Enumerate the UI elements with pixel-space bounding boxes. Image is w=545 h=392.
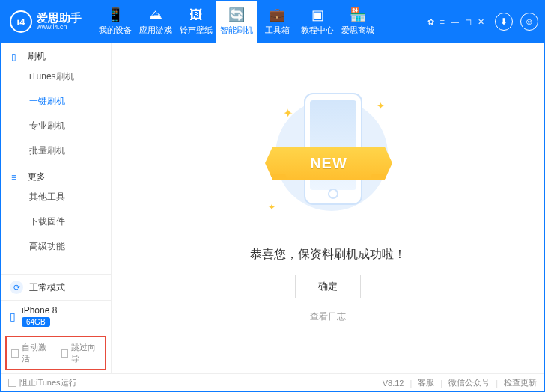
tutorial-icon: ▣ — [311, 8, 324, 22]
new-ribbon: NEW — [265, 147, 392, 180]
skip-guide-checkbox[interactable]: 跳过向导 — [61, 342, 101, 364]
sidebar: ▯ 刷机 iTunes刷机 一键刷机 专业刷机 批量刷机 ≡ 更多 其他工具 下… — [1, 43, 112, 373]
sidebar-item-download-fw[interactable]: 下载固件 — [1, 209, 111, 234]
block-itunes-checkbox[interactable]: 阻止iTunes运行 — [8, 377, 77, 388]
ok-button[interactable]: 确定 — [295, 275, 361, 298]
view-log-link[interactable]: 查看日志 — [310, 310, 346, 323]
sidebar-group-flash: ▯ 刷机 — [1, 43, 111, 64]
sparkle-icon: ✦ — [377, 100, 385, 111]
tab-my-device[interactable]: 📱我的设备 — [95, 1, 136, 43]
main-tabs: 📱我的设备 ⛰应用游戏 🖼铃声壁纸 🔄智能刷机 💼工具箱 ▣教程中心 🏪爱思商城 — [95, 1, 378, 43]
toolbox-icon: 💼 — [269, 8, 285, 22]
device-row[interactable]: ▯ iPhone 8 64GB — [1, 300, 111, 333]
mode-icon: ⟳ — [10, 281, 23, 294]
sparkle-icon: ✦ — [268, 202, 275, 212]
close-icon[interactable]: ✕ — [478, 17, 484, 27]
sidebar-item-pro-flash[interactable]: 专业刷机 — [1, 114, 111, 138]
tab-flash[interactable]: 🔄智能刷机 — [216, 1, 257, 43]
sidebar-item-other-tools[interactable]: 其他工具 — [1, 185, 111, 209]
download-button[interactable]: ⬇ — [495, 13, 513, 31]
main-panel: ✦ ✦ ✦ NEW 恭喜您，保资料刷机成功啦！ 确定 查看日志 — [112, 43, 544, 373]
device-mode-row[interactable]: ⟳ 正常模式 — [1, 274, 111, 300]
sidebar-group-more: ≡ 更多 — [1, 163, 111, 185]
flash-icon: 🔄 — [228, 8, 245, 22]
app-subtitle: www.i4.cn — [37, 24, 82, 31]
sidebar-item-batch-flash[interactable]: 批量刷机 — [1, 138, 111, 163]
success-illustration: ✦ ✦ ✦ NEW — [246, 93, 410, 242]
store-icon: 🏪 — [350, 8, 366, 22]
tab-store[interactable]: 🏪爱思商城 — [338, 1, 378, 43]
tab-tutorials[interactable]: ▣教程中心 — [297, 1, 338, 43]
tab-toolbox[interactable]: 💼工具箱 — [257, 1, 297, 43]
tab-apps[interactable]: ⛰应用游戏 — [136, 1, 176, 43]
apps-icon: ⛰ — [149, 8, 162, 22]
success-message: 恭喜您，保资料刷机成功啦！ — [250, 247, 406, 263]
sparkle-icon: ✦ — [283, 106, 293, 120]
titlebar: i4 爱思助手 www.i4.cn 📱我的设备 ⛰应用游戏 🖼铃声壁纸 🔄智能刷… — [1, 1, 544, 43]
more-icon: ≡ — [11, 172, 22, 183]
check-update-link[interactable]: 检查更新 — [504, 377, 537, 388]
logo: i4 爱思助手 www.i4.cn — [10, 10, 82, 33]
skin-icon[interactable]: ✿ — [427, 17, 434, 27]
wechat-link[interactable]: 微信公众号 — [448, 377, 490, 388]
media-icon: 🖼 — [189, 8, 203, 22]
activation-options: 自动激活 跳过向导 — [5, 336, 106, 370]
window-controls: ✿ ≡ — ◻ ✕ — [427, 17, 484, 27]
device-phone-icon: ▯ — [10, 310, 16, 322]
device-icon: 📱 — [107, 8, 124, 22]
phone-icon: ▯ — [11, 52, 22, 62]
auto-activate-checkbox[interactable]: 自动激活 — [11, 342, 51, 364]
device-name: iPhone 8 — [22, 305, 57, 316]
logo-icon: i4 — [10, 10, 32, 33]
app-title: 爱思助手 — [37, 12, 82, 25]
menu-icon[interactable]: ≡ — [440, 17, 445, 27]
support-link[interactable]: 客服 — [418, 377, 434, 388]
tab-ringtones[interactable]: 🖼铃声壁纸 — [176, 1, 216, 43]
mode-label: 正常模式 — [29, 281, 65, 294]
sidebar-item-advanced[interactable]: 高级功能 — [1, 234, 111, 259]
sidebar-item-itunes-flash[interactable]: iTunes刷机 — [1, 64, 111, 89]
version-label: V8.12 — [383, 379, 404, 388]
sidebar-item-oneclick-flash[interactable]: 一键刷机 — [1, 89, 111, 114]
storage-badge: 64GB — [22, 317, 50, 327]
account-button[interactable]: ☺ — [520, 13, 538, 31]
maximize-icon[interactable]: ◻ — [465, 17, 472, 27]
minimize-icon[interactable]: — — [451, 17, 459, 27]
status-bar: 阻止iTunes运行 V8.12 | 客服 | 微信公众号 | 检查更新 — [1, 373, 544, 391]
